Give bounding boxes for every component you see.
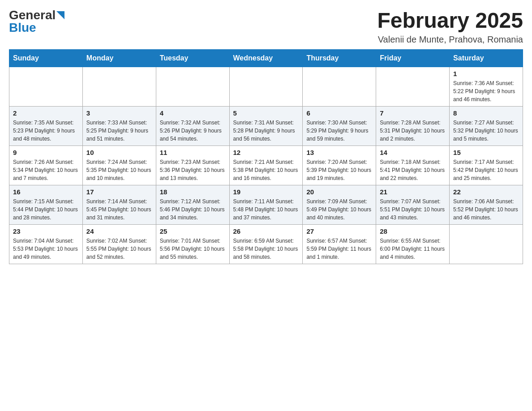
day-number: 7 <box>380 109 446 117</box>
calendar-day-cell <box>303 67 376 106</box>
day-number: 11 <box>160 149 226 156</box>
calendar-day-cell <box>450 224 523 264</box>
day-number: 25 <box>160 227 226 235</box>
calendar-day-cell: 7Sunrise: 7:28 AM Sunset: 5:31 PM Daylig… <box>376 106 450 146</box>
day-info: Sunrise: 7:09 AM Sunset: 5:49 PM Dayligh… <box>306 197 372 222</box>
week-row-3: 9Sunrise: 7:26 AM Sunset: 5:34 PM Daylig… <box>9 146 523 185</box>
calendar-day-cell: 10Sunrise: 7:24 AM Sunset: 5:35 PM Dayli… <box>82 146 156 185</box>
day-info: Sunrise: 7:23 AM Sunset: 5:36 PM Dayligh… <box>160 158 226 182</box>
calendar-day-cell: 17Sunrise: 7:14 AM Sunset: 5:45 PM Dayli… <box>82 185 156 224</box>
month-title: February 2025 <box>377 9 523 33</box>
logo: General Blue <box>9 9 65 34</box>
calendar-day-cell <box>229 67 303 106</box>
calendar-day-cell: 14Sunrise: 7:18 AM Sunset: 5:41 PM Dayli… <box>376 146 450 185</box>
day-info: Sunrise: 7:14 AM Sunset: 5:45 PM Dayligh… <box>86 197 152 222</box>
day-number: 19 <box>233 188 299 196</box>
location-title: Valenii de Munte, Prahova, Romania <box>377 34 523 45</box>
weekday-header-row: SundayMondayTuesdayWednesdayThursdayFrid… <box>9 49 523 67</box>
day-number: 6 <box>306 109 372 117</box>
day-info: Sunrise: 7:27 AM Sunset: 5:32 PM Dayligh… <box>453 119 519 143</box>
calendar-day-cell: 15Sunrise: 7:17 AM Sunset: 5:42 PM Dayli… <box>450 146 523 185</box>
calendar-day-cell: 11Sunrise: 7:23 AM Sunset: 5:36 PM Dayli… <box>156 146 229 185</box>
weekday-saturday: Saturday <box>450 49 523 67</box>
day-number: 28 <box>380 227 446 235</box>
calendar-day-cell: 26Sunrise: 6:59 AM Sunset: 5:58 PM Dayli… <box>229 224 303 264</box>
day-number: 8 <box>453 109 519 117</box>
day-info: Sunrise: 6:59 AM Sunset: 5:58 PM Dayligh… <box>233 237 299 261</box>
week-row-5: 23Sunrise: 7:04 AM Sunset: 5:53 PM Dayli… <box>9 224 523 264</box>
week-row-4: 16Sunrise: 7:15 AM Sunset: 5:44 PM Dayli… <box>9 185 523 224</box>
day-number: 10 <box>86 149 152 156</box>
day-number: 16 <box>13 188 79 196</box>
day-info: Sunrise: 7:11 AM Sunset: 5:48 PM Dayligh… <box>233 197 299 222</box>
calendar-day-cell: 13Sunrise: 7:20 AM Sunset: 5:39 PM Dayli… <box>303 146 376 185</box>
day-info: Sunrise: 7:35 AM Sunset: 5:23 PM Dayligh… <box>13 119 79 143</box>
calendar-day-cell: 22Sunrise: 7:06 AM Sunset: 5:52 PM Dayli… <box>450 185 523 224</box>
day-number: 17 <box>86 188 152 196</box>
calendar-day-cell: 20Sunrise: 7:09 AM Sunset: 5:49 PM Dayli… <box>303 185 376 224</box>
logo-blue: Blue <box>9 21 36 34</box>
day-number: 23 <box>13 227 79 235</box>
day-info: Sunrise: 7:30 AM Sunset: 5:29 PM Dayligh… <box>306 119 372 143</box>
day-number: 2 <box>13 109 79 117</box>
week-row-1: 1Sunrise: 7:36 AM Sunset: 5:22 PM Daylig… <box>9 67 523 106</box>
day-info: Sunrise: 7:36 AM Sunset: 5:22 PM Dayligh… <box>453 79 519 103</box>
day-number: 12 <box>233 149 299 156</box>
calendar-day-cell: 23Sunrise: 7:04 AM Sunset: 5:53 PM Dayli… <box>9 224 83 264</box>
day-info: Sunrise: 7:18 AM Sunset: 5:41 PM Dayligh… <box>380 158 446 182</box>
weekday-friday: Friday <box>376 49 450 67</box>
calendar-table: SundayMondayTuesdayWednesdayThursdayFrid… <box>9 49 523 264</box>
calendar-day-cell: 9Sunrise: 7:26 AM Sunset: 5:34 PM Daylig… <box>9 146 83 185</box>
week-row-2: 2Sunrise: 7:35 AM Sunset: 5:23 PM Daylig… <box>9 106 523 146</box>
day-number: 9 <box>13 149 79 156</box>
logo-general: General <box>9 9 56 21</box>
day-info: Sunrise: 7:07 AM Sunset: 5:51 PM Dayligh… <box>380 197 446 222</box>
day-info: Sunrise: 7:33 AM Sunset: 5:25 PM Dayligh… <box>86 119 152 143</box>
page-header: General Blue February 2025 Valenii de Mu… <box>9 9 523 45</box>
day-info: Sunrise: 7:20 AM Sunset: 5:39 PM Dayligh… <box>306 158 372 182</box>
svg-marker-0 <box>56 11 64 19</box>
day-info: Sunrise: 7:12 AM Sunset: 5:46 PM Dayligh… <box>160 197 226 222</box>
day-info: Sunrise: 7:17 AM Sunset: 5:42 PM Dayligh… <box>453 158 519 182</box>
calendar-day-cell: 27Sunrise: 6:57 AM Sunset: 5:59 PM Dayli… <box>303 224 376 264</box>
calendar-day-cell: 12Sunrise: 7:21 AM Sunset: 5:38 PM Dayli… <box>229 146 303 185</box>
day-number: 26 <box>233 227 299 235</box>
day-number: 20 <box>306 188 372 196</box>
day-info: Sunrise: 7:15 AM Sunset: 5:44 PM Dayligh… <box>13 197 79 222</box>
day-number: 13 <box>306 149 372 156</box>
day-number: 1 <box>453 70 519 77</box>
day-info: Sunrise: 6:57 AM Sunset: 5:59 PM Dayligh… <box>306 237 372 261</box>
day-info: Sunrise: 7:04 AM Sunset: 5:53 PM Dayligh… <box>13 237 79 261</box>
calendar-day-cell: 4Sunrise: 7:32 AM Sunset: 5:26 PM Daylig… <box>156 106 229 146</box>
calendar-day-cell: 24Sunrise: 7:02 AM Sunset: 5:55 PM Dayli… <box>82 224 156 264</box>
calendar-day-cell: 6Sunrise: 7:30 AM Sunset: 5:29 PM Daylig… <box>303 106 376 146</box>
calendar-day-cell: 8Sunrise: 7:27 AM Sunset: 5:32 PM Daylig… <box>450 106 523 146</box>
day-info: Sunrise: 7:32 AM Sunset: 5:26 PM Dayligh… <box>160 119 226 143</box>
logo-triangle-icon <box>56 11 65 20</box>
weekday-monday: Monday <box>82 49 156 67</box>
day-info: Sunrise: 6:55 AM Sunset: 6:00 PM Dayligh… <box>380 237 446 261</box>
day-number: 21 <box>380 188 446 196</box>
day-number: 18 <box>160 188 226 196</box>
weekday-wednesday: Wednesday <box>229 49 303 67</box>
calendar-day-cell: 18Sunrise: 7:12 AM Sunset: 5:46 PM Dayli… <box>156 185 229 224</box>
calendar-day-cell: 5Sunrise: 7:31 AM Sunset: 5:28 PM Daylig… <box>229 106 303 146</box>
calendar-day-cell: 21Sunrise: 7:07 AM Sunset: 5:51 PM Dayli… <box>376 185 450 224</box>
calendar-day-cell <box>9 67 83 106</box>
calendar-day-cell <box>156 67 229 106</box>
day-info: Sunrise: 7:31 AM Sunset: 5:28 PM Dayligh… <box>233 119 299 143</box>
calendar-day-cell: 28Sunrise: 6:55 AM Sunset: 6:00 PM Dayli… <box>376 224 450 264</box>
day-number: 14 <box>380 149 446 156</box>
day-number: 27 <box>306 227 372 235</box>
day-info: Sunrise: 7:02 AM Sunset: 5:55 PM Dayligh… <box>86 237 152 261</box>
calendar-day-cell <box>376 67 450 106</box>
day-info: Sunrise: 7:28 AM Sunset: 5:31 PM Dayligh… <box>380 119 446 143</box>
title-block: February 2025 Valenii de Munte, Prahova,… <box>377 9 523 45</box>
weekday-sunday: Sunday <box>9 49 83 67</box>
day-info: Sunrise: 7:01 AM Sunset: 5:56 PM Dayligh… <box>160 237 226 261</box>
weekday-tuesday: Tuesday <box>156 49 229 67</box>
day-info: Sunrise: 7:26 AM Sunset: 5:34 PM Dayligh… <box>13 158 79 182</box>
day-info: Sunrise: 7:24 AM Sunset: 5:35 PM Dayligh… <box>86 158 152 182</box>
day-number: 15 <box>453 149 519 156</box>
calendar-day-cell <box>82 67 156 106</box>
